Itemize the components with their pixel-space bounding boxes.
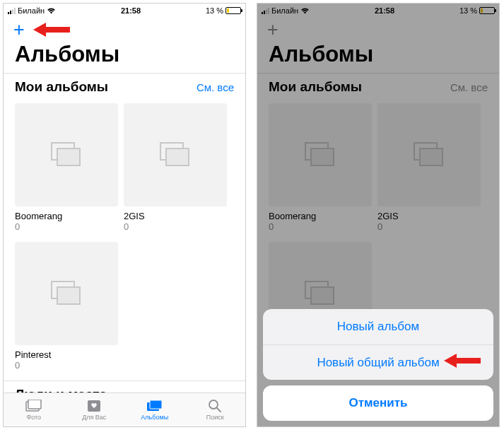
tab-bar: Фото Для Вас Альбомы Поиск (4, 393, 245, 426)
for-you-icon (86, 399, 102, 413)
tab-albums[interactable]: Альбомы (124, 393, 185, 426)
add-button[interactable]: + (13, 21, 25, 40)
search-icon (206, 399, 223, 413)
wifi-icon (47, 8, 56, 14)
album-item[interactable]: 2GIS 0 (124, 103, 227, 232)
album-thumbnail (15, 103, 118, 207)
status-bar: Билайн 21:58 13 % (4, 4, 245, 18)
tab-search[interactable]: Поиск (185, 393, 246, 426)
page-title: Альбомы (4, 42, 245, 73)
signal-icon (8, 8, 16, 14)
photos-icon (25, 399, 42, 413)
clock-label: 21:58 (121, 6, 141, 15)
stack-icon (160, 142, 191, 168)
annotation-arrow-right (444, 352, 481, 373)
svg-rect-1 (28, 400, 41, 409)
album-name: 2GIS (124, 211, 227, 221)
svg-point-5 (209, 400, 218, 409)
album-name: Boomerang (15, 211, 118, 221)
tab-for-you[interactable]: Для Вас (64, 393, 125, 426)
section-my-albums: Мои альбомы См. все (4, 73, 245, 100)
tab-label: Для Вас (82, 414, 106, 421)
albums-icon (146, 399, 163, 413)
new-shared-album-button[interactable]: Новый общий альбом (263, 344, 493, 380)
section-title: Мои альбомы (15, 79, 108, 95)
svg-rect-4 (150, 400, 162, 409)
album-count: 0 (15, 221, 118, 232)
album-name: Pinterest (15, 349, 118, 360)
tab-photos[interactable]: Фото (4, 393, 64, 426)
album-count: 0 (15, 360, 118, 371)
see-all-link[interactable]: См. все (197, 81, 234, 93)
album-count: 0 (124, 221, 227, 232)
cancel-button[interactable]: Отменить (263, 385, 493, 421)
album-item[interactable]: Pinterest 0 (15, 242, 118, 371)
svg-line-6 (217, 408, 221, 412)
tab-label: Фото (26, 414, 41, 421)
annotation-arrow-left (33, 21, 70, 41)
action-sheet: Новый альбом Новый общий альбом Отменить (263, 309, 493, 421)
album-item[interactable]: Boomerang 0 (15, 103, 118, 232)
album-thumbnail (15, 242, 118, 345)
stack-icon (51, 142, 82, 168)
stack-icon (51, 281, 82, 306)
tab-label: Поиск (206, 414, 224, 421)
tab-label: Альбомы (141, 414, 168, 421)
sheet-btn-label: Новый общий альбом (317, 356, 439, 370)
phone-left: Билайн 21:58 13 % + Альбомы Мои альбомы … (3, 3, 246, 427)
carrier-label: Билайн (18, 6, 45, 15)
new-album-button[interactable]: Новый альбом (263, 309, 493, 344)
phone-right: Билайн 21:58 13 % + Альбомы Мои альбомы … (257, 3, 500, 427)
battery-icon (225, 7, 241, 14)
battery-pct-label: 13 % (206, 6, 223, 15)
nav-bar: + (4, 18, 245, 42)
album-thumbnail (124, 103, 227, 207)
